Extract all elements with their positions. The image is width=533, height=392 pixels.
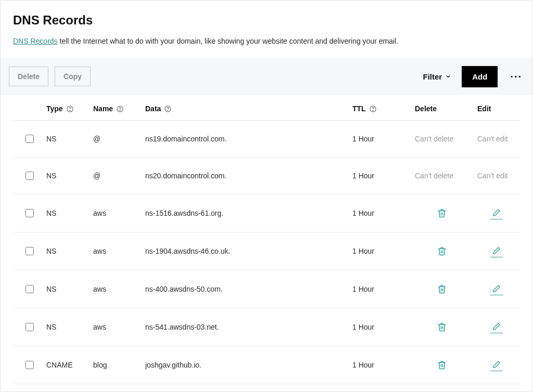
- table-row: NSawsns-1904.awsdns-46.co.uk.1 Hour: [13, 232, 520, 270]
- cell-ttl: 1 Hour: [348, 194, 411, 232]
- help-icon[interactable]: [369, 105, 377, 113]
- cell-type: NS: [42, 232, 89, 270]
- table-row: NS@ns20.domaincontrol.com.1 HourCan't de…: [13, 158, 520, 194]
- table-row: NSawsns-541.awsdns-03.net.1 Hour: [13, 308, 520, 346]
- intro-rest: tell the Internet what to do with your d…: [58, 37, 398, 45]
- column-header-name: Name: [93, 104, 113, 113]
- help-icon[interactable]: [66, 105, 74, 113]
- column-header-ttl: TTL: [352, 104, 366, 113]
- cell-delete-locked: Can't delete: [411, 158, 473, 194]
- copy-button[interactable]: Copy: [55, 67, 91, 86]
- cell-name: @: [89, 121, 141, 158]
- pencil-icon[interactable]: [490, 245, 503, 257]
- cell-name: blog: [89, 346, 141, 384]
- cell-type: NS: [42, 194, 89, 232]
- pencil-icon[interactable]: [490, 359, 503, 371]
- more-menu-button[interactable]: ···: [508, 71, 524, 83]
- column-header-data: Data: [145, 104, 161, 113]
- row-checkbox[interactable]: [26, 209, 34, 217]
- table-row: NS@ns19.domaincontrol.com.1 HourCan't de…: [13, 121, 520, 158]
- delete-button[interactable]: Delete: [9, 67, 48, 86]
- cell-name: aws: [89, 270, 141, 308]
- cell-type: NS: [42, 270, 89, 308]
- filter-dropdown[interactable]: Filter: [423, 72, 451, 81]
- trash-icon[interactable]: [436, 207, 448, 219]
- intro-text: DNS Records tell the Internet what to do…: [13, 37, 520, 45]
- cell-data: joshgav.github.io.: [141, 346, 348, 384]
- cell-edit-locked: Can't edit: [473, 158, 520, 194]
- row-checkbox[interactable]: [26, 135, 34, 143]
- svg-point-5: [168, 110, 168, 111]
- row-checkbox[interactable]: [26, 323, 34, 331]
- cell-data: ns-541.awsdns-03.net.: [141, 308, 348, 346]
- cell-ttl: 1 Hour: [348, 121, 411, 158]
- column-header-type: Type: [46, 104, 63, 113]
- svg-point-1: [70, 110, 70, 111]
- cell-type: NS: [42, 121, 89, 158]
- row-checkbox[interactable]: [26, 361, 34, 369]
- table-row: CNAMEblogjoshgav.github.io.1 Hour: [13, 346, 520, 384]
- table-row: NSawsns-400.awsdns-50.com.1 Hour: [13, 270, 520, 308]
- cell-name: aws: [89, 194, 141, 232]
- cell-delete-locked: Can't delete: [411, 121, 473, 158]
- cell-ttl: 1 Hour: [348, 346, 411, 384]
- cell-type: CNAME: [42, 346, 89, 384]
- trash-icon[interactable]: [436, 245, 448, 257]
- help-icon[interactable]: [164, 105, 172, 113]
- cell-data: ns19.domaincontrol.com.: [141, 121, 348, 158]
- chevron-down-icon: [445, 72, 451, 81]
- cell-name: aws: [89, 308, 141, 346]
- toolbar: Delete Copy Filter Add ···: [1, 58, 532, 95]
- cell-type: NS: [42, 308, 89, 346]
- cell-name: aws: [89, 232, 141, 270]
- page-title: DNS Records: [13, 13, 520, 28]
- svg-point-3: [120, 110, 120, 111]
- row-checkbox[interactable]: [26, 172, 34, 180]
- dns-records-panel: DNS Records DNS Records tell the Interne…: [0, 0, 533, 392]
- cell-ttl: 1 Hour: [348, 158, 411, 194]
- pencil-icon[interactable]: [490, 283, 503, 295]
- row-checkbox[interactable]: [26, 285, 34, 293]
- trash-icon[interactable]: [436, 321, 448, 333]
- cell-ttl: 1 Hour: [348, 308, 411, 346]
- cell-data: ns-400.awsdns-50.com.: [141, 270, 348, 308]
- row-checkbox[interactable]: [26, 247, 34, 255]
- cell-ttl: 1 Hour: [348, 270, 411, 308]
- add-button[interactable]: Add: [462, 66, 498, 87]
- pencil-icon[interactable]: [490, 207, 503, 219]
- trash-icon[interactable]: [436, 359, 448, 371]
- intro-link[interactable]: DNS Records: [13, 37, 58, 45]
- cell-name: @: [89, 158, 141, 194]
- table-row: NSawsns-1516.awsdns-61.org.1 Hour: [13, 194, 520, 232]
- cell-data: ns-1904.awsdns-46.co.uk.: [141, 232, 348, 270]
- dns-records-table: Type Name: [13, 95, 520, 384]
- filter-label: Filter: [423, 72, 442, 81]
- trash-icon[interactable]: [436, 283, 448, 295]
- cell-edit-locked: Can't edit: [473, 121, 520, 158]
- cell-ttl: 1 Hour: [348, 232, 411, 270]
- column-header-delete: Delete: [415, 104, 437, 113]
- cell-type: NS: [42, 158, 89, 194]
- cell-data: ns-1516.awsdns-61.org.: [141, 194, 348, 232]
- cell-data: ns20.domaincontrol.com.: [141, 158, 348, 194]
- pencil-icon[interactable]: [490, 321, 503, 333]
- help-icon[interactable]: [116, 105, 124, 113]
- svg-point-7: [373, 110, 373, 111]
- column-header-edit: Edit: [477, 104, 491, 113]
